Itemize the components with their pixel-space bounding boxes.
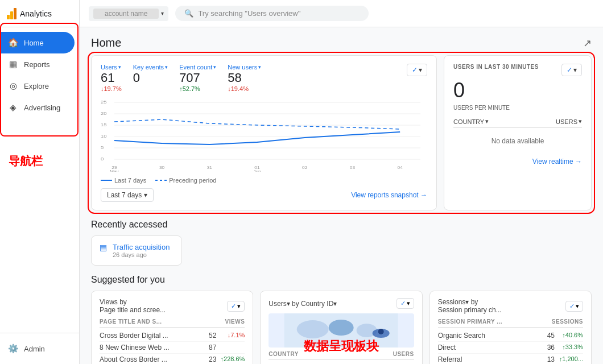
chart-panel: Users ▾ 61 ↓19.7% Key events ▾ 0 Event c — [91, 55, 437, 210]
table-row: Direct 36 ↑33.3% — [438, 342, 583, 354]
metrics-row: Users ▾ 61 ↓19.7% Key events ▾ 0 Event c — [101, 64, 427, 92]
content-area: Home ↗ Users ▾ 61 ↓19.7% — [80, 27, 603, 364]
metric-users-label: Users ▾ — [101, 64, 122, 71]
main-content: account name ▾ 🔍 Try searching "Users ov… — [80, 0, 603, 364]
metric-action-button[interactable]: ✓ ▾ — [407, 64, 427, 76]
metric-event-count[interactable]: Event count ▾ 707 ↑52.7% — [179, 64, 216, 92]
suggested-section: Suggested for you Views byPage title and… — [91, 275, 592, 364]
sidebar-footer: ⚙️ Admin — [0, 333, 79, 364]
suggested-card-views-header: Views byPage title and scree... ✓ ▾ — [100, 298, 245, 314]
sidebar-item-home[interactable]: 🏠 Home — [0, 32, 75, 53]
page-title-row: Home ↗ — [91, 27, 592, 55]
view-reports-link[interactable]: View reports snapshot → — [351, 191, 427, 199]
metric-key-events[interactable]: Key events ▾ 0 — [133, 64, 168, 92]
checkmark-icon: ✓ — [231, 303, 236, 310]
suggested-users-check-button[interactable]: ✓ ▾ — [397, 298, 414, 309]
suggested-card-sessions-header: Sessions▾ bySession primary ch... ✓ ▾ — [438, 298, 583, 314]
metric-event-count-label: Event count ▾ — [179, 64, 216, 71]
main-data-block: Users ▾ 61 ↓19.7% Key events ▾ 0 Event c — [91, 55, 592, 210]
legend-dashed: Preceding period — [155, 177, 216, 184]
chevron-down-icon: ▾ — [576, 303, 579, 310]
svg-text:Jun: Jun — [253, 169, 261, 172]
realtime-panel: USERS IN LAST 30 MINUTES ✓ ▾ 0 USERS PER… — [444, 55, 592, 210]
explore-icon: ◎ — [8, 81, 18, 91]
svg-text:04: 04 — [398, 166, 403, 170]
view-realtime-link[interactable]: View realtime → — [532, 158, 582, 166]
sidebar-item-admin-label: Admin — [24, 345, 45, 353]
metric-new-users[interactable]: New users ▾ 58 ↓19.4% — [228, 64, 261, 92]
recently-accessed-time: 26 days ago — [113, 251, 170, 258]
checkmark-icon: ✓ — [569, 303, 575, 310]
sidebar-item-explore[interactable]: ◎ Explore — [0, 75, 75, 97]
realtime-action-button[interactable]: ✓ ▾ — [561, 64, 582, 76]
recently-accessed-card: ▤ Traffic acquisition 26 days ago — [91, 235, 182, 266]
line-chart: 25 20 15 10 5 0 — [101, 98, 427, 172]
realtime-title: USERS IN LAST 30 MINUTES — [453, 64, 539, 70]
svg-text:25: 25 — [101, 100, 107, 105]
country-col-header: COUNTRY — [269, 351, 299, 357]
metric-actions: ✓ ▾ — [407, 64, 427, 92]
metric-key-events-value: 0 — [133, 71, 168, 85]
chart-legend: Last 7 days Preceding period — [101, 177, 427, 184]
pin-icon[interactable]: ↗ — [583, 37, 592, 49]
metric-event-count-change: ↑52.7% — [179, 85, 216, 92]
svg-text:May: May — [110, 169, 119, 172]
recently-accessed-info: Traffic acquisition 26 days ago — [113, 243, 170, 258]
svg-text:03: 03 — [350, 166, 355, 170]
home-icon: 🏠 — [8, 38, 18, 48]
table-row: Referral 13 ↑1,200... — [438, 354, 583, 364]
recently-accessed-name[interactable]: Traffic acquisition — [113, 243, 170, 251]
realtime-subtitle: USERS PER MINUTE — [453, 105, 582, 111]
suggested-sessions-check-button[interactable]: ✓ ▾ — [565, 301, 583, 312]
chevron-down-icon: ▾ — [407, 300, 410, 307]
svg-point-26 — [378, 329, 384, 334]
gear-icon: ⚙️ — [8, 344, 18, 354]
sidebar-item-admin[interactable]: ⚙️ Admin — [0, 338, 75, 359]
suggested-card-sessions: Sessions▾ bySession primary ch... ✓ ▾ SE… — [429, 291, 592, 364]
legend-dashed-line — [155, 180, 167, 181]
sidebar-item-advertising[interactable]: ◈ Advertising — [0, 97, 75, 118]
metric-users-value: 61 — [101, 71, 122, 85]
suggested-views-check-button[interactable]: ✓ ▾ — [227, 301, 245, 312]
svg-text:0: 0 — [101, 156, 104, 162]
table-row: Organic Search 45 ↑40.6% — [438, 330, 583, 342]
realtime-footer: View realtime → — [453, 158, 582, 166]
svg-text:5: 5 — [101, 145, 104, 150]
svg-text:15: 15 — [101, 122, 107, 127]
analytics-logo: Analytics — [7, 8, 52, 19]
sidebar-item-reports[interactable]: ▦ Reports — [0, 53, 75, 75]
svg-point-22 — [297, 320, 329, 338]
chart-footer: Last 7 days ▾ View reports snapshot → — [101, 188, 427, 202]
suggested-sessions-table-header: SESSION PRIMARY ... SESSIONS — [438, 318, 583, 328]
suggested-views-table-header: PAGE TITLE AND S... VIEWS — [100, 318, 245, 328]
table-row: Cross Border Digital ... 52 ↓7.1% — [100, 330, 245, 342]
metric-new-users-value: 58 — [228, 71, 261, 85]
sidebar-item-reports-label: Reports — [24, 60, 50, 69]
sidebar-item-advertising-label: Advertising — [24, 104, 60, 112]
checkmark-icon: ✓ — [412, 66, 418, 74]
country-col-button[interactable]: COUNTRY ▾ — [453, 118, 489, 125]
metric-key-events-label: Key events ▾ — [133, 64, 168, 71]
account-name: account name — [93, 9, 159, 19]
views-col-header: VIEWS — [225, 318, 245, 325]
sessions-col-header: SESSIONS — [552, 318, 583, 325]
chevron-down-icon: ▾ — [419, 66, 422, 74]
suggested-card-views-title: Views byPage title and scree... — [100, 298, 166, 314]
sidebar-item-explore-label: Explore — [24, 82, 49, 90]
legend-solid-line — [101, 180, 112, 181]
recently-accessed-section: Recently accessed ▤ Traffic acquisition … — [91, 220, 592, 266]
date-range-button[interactable]: Last 7 days ▾ — [101, 188, 154, 202]
recently-accessed-title: Recently accessed — [91, 220, 592, 230]
users-col-button[interactable]: USERS ▾ — [556, 118, 582, 125]
search-bar[interactable]: 🔍 Try searching "Users overview" — [175, 6, 369, 21]
realtime-table-header: COUNTRY ▾ USERS ▾ — [453, 118, 582, 128]
app-title: Analytics — [20, 9, 52, 18]
suggested-card-users-title: Users▾ by Country ID▾ — [269, 300, 337, 308]
account-selector[interactable]: account name ▾ — [89, 6, 168, 21]
logo-icon — [7, 8, 16, 19]
svg-text:20: 20 — [101, 111, 107, 116]
sidebar-nav: 🏠 Home ▦ Reports ◎ Explore ◈ Advertising — [0, 27, 79, 333]
metric-users[interactable]: Users ▾ 61 ↓19.7% — [101, 64, 122, 92]
suggested-users-table-header: COUNTRY USERS — [269, 351, 414, 360]
metric-users-change: ↓19.7% — [101, 85, 122, 92]
